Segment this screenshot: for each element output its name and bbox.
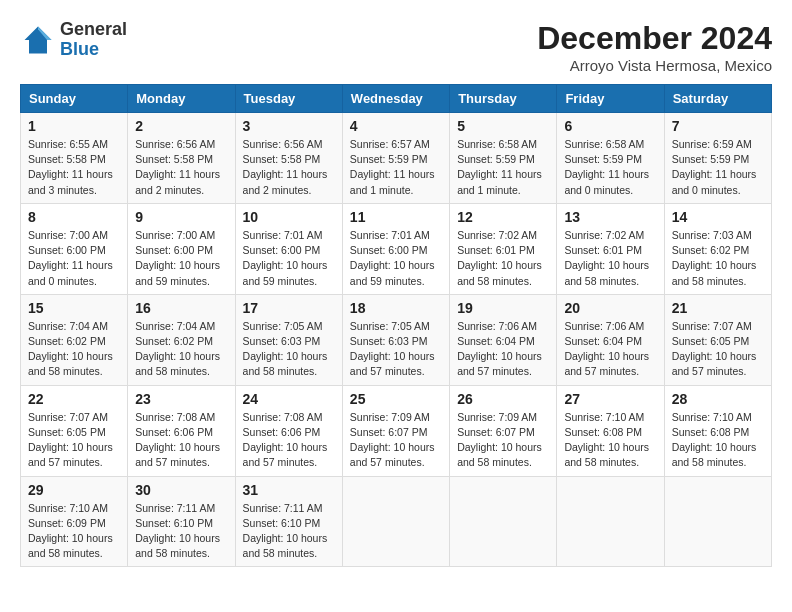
day-content: Sunrise: 7:09 AM Sunset: 6:07 PM Dayligh… <box>457 410 549 471</box>
day-number: 26 <box>457 391 549 407</box>
day-number: 21 <box>672 300 764 316</box>
day-cell-29: 29 Sunrise: 7:10 AM Sunset: 6:09 PM Dayl… <box>21 476 128 567</box>
day-cell-23: 23 Sunrise: 7:08 AM Sunset: 6:06 PM Dayl… <box>128 385 235 476</box>
day-content: Sunrise: 7:05 AM Sunset: 6:03 PM Dayligh… <box>243 319 335 380</box>
calendar-week-row: 29 Sunrise: 7:10 AM Sunset: 6:09 PM Dayl… <box>21 476 772 567</box>
header-sunday: Sunday <box>21 85 128 113</box>
day-number: 17 <box>243 300 335 316</box>
day-cell-31: 31 Sunrise: 7:11 AM Sunset: 6:10 PM Dayl… <box>235 476 342 567</box>
day-number: 18 <box>350 300 442 316</box>
header-saturday: Saturday <box>664 85 771 113</box>
title-block: December 2024 Arroyo Vista Hermosa, Mexi… <box>537 20 772 74</box>
day-number: 19 <box>457 300 549 316</box>
day-number: 1 <box>28 118 120 134</box>
day-content: Sunrise: 7:10 AM Sunset: 6:08 PM Dayligh… <box>564 410 656 471</box>
calendar-week-row: 15 Sunrise: 7:04 AM Sunset: 6:02 PM Dayl… <box>21 294 772 385</box>
day-content: Sunrise: 7:08 AM Sunset: 6:06 PM Dayligh… <box>243 410 335 471</box>
day-content: Sunrise: 6:57 AM Sunset: 5:59 PM Dayligh… <box>350 137 442 198</box>
day-cell-19: 19 Sunrise: 7:06 AM Sunset: 6:04 PM Dayl… <box>450 294 557 385</box>
day-cell-13: 13 Sunrise: 7:02 AM Sunset: 6:01 PM Dayl… <box>557 203 664 294</box>
day-cell-6: 6 Sunrise: 6:58 AM Sunset: 5:59 PM Dayli… <box>557 113 664 204</box>
calendar-week-row: 8 Sunrise: 7:00 AM Sunset: 6:00 PM Dayli… <box>21 203 772 294</box>
day-content: Sunrise: 7:05 AM Sunset: 6:03 PM Dayligh… <box>350 319 442 380</box>
day-number: 13 <box>564 209 656 225</box>
day-number: 4 <box>350 118 442 134</box>
day-cell-14: 14 Sunrise: 7:03 AM Sunset: 6:02 PM Dayl… <box>664 203 771 294</box>
day-number: 25 <box>350 391 442 407</box>
day-number: 15 <box>28 300 120 316</box>
day-number: 10 <box>243 209 335 225</box>
day-cell-15: 15 Sunrise: 7:04 AM Sunset: 6:02 PM Dayl… <box>21 294 128 385</box>
day-content: Sunrise: 7:08 AM Sunset: 6:06 PM Dayligh… <box>135 410 227 471</box>
day-content: Sunrise: 7:10 AM Sunset: 6:08 PM Dayligh… <box>672 410 764 471</box>
day-cell-21: 21 Sunrise: 7:07 AM Sunset: 6:05 PM Dayl… <box>664 294 771 385</box>
day-content: Sunrise: 7:00 AM Sunset: 6:00 PM Dayligh… <box>28 228 120 289</box>
day-cell-10: 10 Sunrise: 7:01 AM Sunset: 6:00 PM Dayl… <box>235 203 342 294</box>
day-content: Sunrise: 7:03 AM Sunset: 6:02 PM Dayligh… <box>672 228 764 289</box>
day-content: Sunrise: 7:01 AM Sunset: 6:00 PM Dayligh… <box>350 228 442 289</box>
day-cell-8: 8 Sunrise: 7:00 AM Sunset: 6:00 PM Dayli… <box>21 203 128 294</box>
day-cell-20: 20 Sunrise: 7:06 AM Sunset: 6:04 PM Dayl… <box>557 294 664 385</box>
logo: General Blue <box>20 20 127 60</box>
day-content: Sunrise: 6:56 AM Sunset: 5:58 PM Dayligh… <box>243 137 335 198</box>
day-cell-22: 22 Sunrise: 7:07 AM Sunset: 6:05 PM Dayl… <box>21 385 128 476</box>
day-number: 6 <box>564 118 656 134</box>
day-cell-7: 7 Sunrise: 6:59 AM Sunset: 5:59 PM Dayli… <box>664 113 771 204</box>
day-cell-12: 12 Sunrise: 7:02 AM Sunset: 6:01 PM Dayl… <box>450 203 557 294</box>
day-cell-1: 1 Sunrise: 6:55 AM Sunset: 5:58 PM Dayli… <box>21 113 128 204</box>
weekday-header-row: Sunday Monday Tuesday Wednesday Thursday… <box>21 85 772 113</box>
header-thursday: Thursday <box>450 85 557 113</box>
page-title: December 2024 <box>537 20 772 57</box>
calendar-table: Sunday Monday Tuesday Wednesday Thursday… <box>20 84 772 567</box>
day-cell-28: 28 Sunrise: 7:10 AM Sunset: 6:08 PM Dayl… <box>664 385 771 476</box>
day-content: Sunrise: 7:07 AM Sunset: 6:05 PM Dayligh… <box>28 410 120 471</box>
day-number: 11 <box>350 209 442 225</box>
day-number: 3 <box>243 118 335 134</box>
page-header: General Blue December 2024 Arroyo Vista … <box>20 20 772 74</box>
day-number: 5 <box>457 118 549 134</box>
day-content: Sunrise: 6:58 AM Sunset: 5:59 PM Dayligh… <box>457 137 549 198</box>
day-number: 8 <box>28 209 120 225</box>
day-content: Sunrise: 7:09 AM Sunset: 6:07 PM Dayligh… <box>350 410 442 471</box>
day-cell-30: 30 Sunrise: 7:11 AM Sunset: 6:10 PM Dayl… <box>128 476 235 567</box>
day-cell-2: 2 Sunrise: 6:56 AM Sunset: 5:58 PM Dayli… <box>128 113 235 204</box>
day-number: 27 <box>564 391 656 407</box>
header-friday: Friday <box>557 85 664 113</box>
day-content: Sunrise: 7:11 AM Sunset: 6:10 PM Dayligh… <box>135 501 227 562</box>
day-content: Sunrise: 6:59 AM Sunset: 5:59 PM Dayligh… <box>672 137 764 198</box>
empty-day-cell <box>342 476 449 567</box>
day-content: Sunrise: 7:04 AM Sunset: 6:02 PM Dayligh… <box>28 319 120 380</box>
day-cell-25: 25 Sunrise: 7:09 AM Sunset: 6:07 PM Dayl… <box>342 385 449 476</box>
header-tuesday: Tuesday <box>235 85 342 113</box>
day-cell-26: 26 Sunrise: 7:09 AM Sunset: 6:07 PM Dayl… <box>450 385 557 476</box>
day-number: 22 <box>28 391 120 407</box>
day-cell-18: 18 Sunrise: 7:05 AM Sunset: 6:03 PM Dayl… <box>342 294 449 385</box>
empty-day-cell <box>557 476 664 567</box>
empty-day-cell <box>664 476 771 567</box>
day-number: 31 <box>243 482 335 498</box>
day-number: 16 <box>135 300 227 316</box>
day-cell-4: 4 Sunrise: 6:57 AM Sunset: 5:59 PM Dayli… <box>342 113 449 204</box>
day-cell-11: 11 Sunrise: 7:01 AM Sunset: 6:00 PM Dayl… <box>342 203 449 294</box>
day-content: Sunrise: 7:01 AM Sunset: 6:00 PM Dayligh… <box>243 228 335 289</box>
day-number: 28 <box>672 391 764 407</box>
day-content: Sunrise: 7:02 AM Sunset: 6:01 PM Dayligh… <box>564 228 656 289</box>
day-content: Sunrise: 7:06 AM Sunset: 6:04 PM Dayligh… <box>564 319 656 380</box>
page-subtitle: Arroyo Vista Hermosa, Mexico <box>537 57 772 74</box>
day-number: 30 <box>135 482 227 498</box>
day-number: 14 <box>672 209 764 225</box>
day-content: Sunrise: 7:04 AM Sunset: 6:02 PM Dayligh… <box>135 319 227 380</box>
day-cell-16: 16 Sunrise: 7:04 AM Sunset: 6:02 PM Dayl… <box>128 294 235 385</box>
empty-day-cell <box>450 476 557 567</box>
calendar-week-row: 22 Sunrise: 7:07 AM Sunset: 6:05 PM Dayl… <box>21 385 772 476</box>
day-number: 29 <box>28 482 120 498</box>
day-number: 23 <box>135 391 227 407</box>
day-content: Sunrise: 6:55 AM Sunset: 5:58 PM Dayligh… <box>28 137 120 198</box>
day-number: 12 <box>457 209 549 225</box>
day-number: 2 <box>135 118 227 134</box>
calendar-week-row: 1 Sunrise: 6:55 AM Sunset: 5:58 PM Dayli… <box>21 113 772 204</box>
day-number: 20 <box>564 300 656 316</box>
day-content: Sunrise: 6:58 AM Sunset: 5:59 PM Dayligh… <box>564 137 656 198</box>
header-wednesday: Wednesday <box>342 85 449 113</box>
day-content: Sunrise: 7:07 AM Sunset: 6:05 PM Dayligh… <box>672 319 764 380</box>
